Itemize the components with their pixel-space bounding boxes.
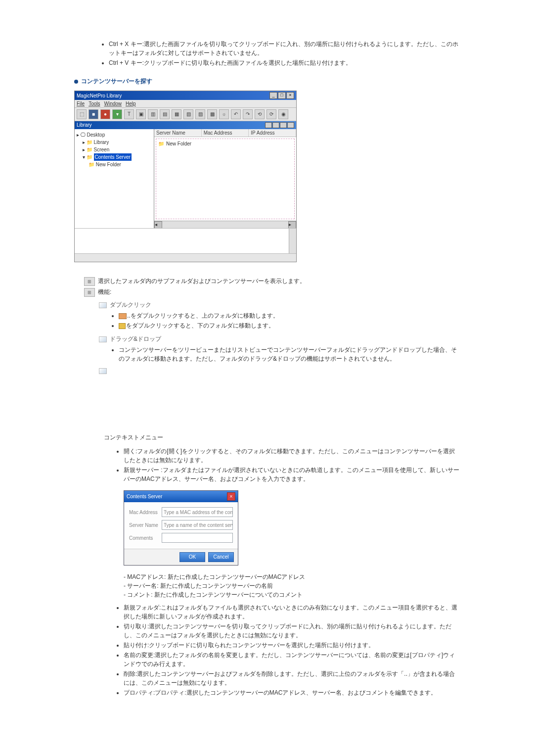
toolbar-button[interactable]: ▨ <box>195 109 205 119</box>
tree-item[interactable]: 📁 New Folder <box>77 161 152 168</box>
top-bullet-item: Ctrl + X キー:選択した画面ファイルを切り取ってクリップボードに入れ、別… <box>109 40 460 57</box>
col-ip-address[interactable]: IP Address <box>249 129 296 137</box>
ok-button[interactable]: OK <box>179 552 205 562</box>
context-menu-list-2: 新規フォルダ:これはフォルダもファイルも選択されていないときにのみ有効になります… <box>124 603 460 697</box>
col-mac-address[interactable]: Mac Address <box>202 129 249 137</box>
folder-tree[interactable]: ▸ 🖵 Desktop ▸ 📁 Library ▸ 📁 Screen ▾ 📁 C… <box>75 129 154 228</box>
ctx-item: 開く:フォルダの[開く]をクリックすると、そのフォルダに移動できます。ただし、こ… <box>124 447 460 465</box>
menu-tools[interactable]: Tools <box>89 101 100 106</box>
panel-header: Library <box>75 121 296 129</box>
list-item: ..をダブルクリックすると、上のフォルダに移動します。 <box>119 311 460 320</box>
sub-heading-label: ドラッグ&ドロップ <box>110 335 161 343</box>
note-line: - MACアドレス: 新たに作成したコンテンツサーバーのMACアドレス <box>124 572 460 581</box>
window-titlebar: MagicNetPro Library _ □ × <box>75 91 296 100</box>
server-name-input[interactable]: Type a name of the content server. <box>162 520 233 530</box>
note-line: - サーバー名: 新たに作成したコンテンツサーバーの名前 <box>124 581 460 590</box>
sub-heading-label: ダブルクリック <box>110 301 151 309</box>
panel-icon[interactable] <box>280 122 287 128</box>
list-item: をダブルクリックすると、下のフォルダに移動します。 <box>119 321 460 330</box>
definition-label: 機能: <box>98 288 460 296</box>
ctx-item: 新規フォルダ:これはフォルダもファイルも選択されていないときにのみ有効になります… <box>124 603 460 621</box>
cancel-button[interactable]: Cancel <box>208 552 234 562</box>
scrollbar-horizontal[interactable]: ◂ ▸ <box>154 221 296 228</box>
toolbar-button[interactable]: ▤ <box>160 109 170 119</box>
dialog-titlebar: Contents Server × <box>124 491 238 502</box>
triangle-icon <box>99 368 107 374</box>
toolbar-button[interactable]: ● <box>100 109 110 119</box>
ctx-item: 名前の変更:選択したフォルダの名前を変更します。ただし、コンテンツサーバーについ… <box>124 651 460 668</box>
toolbar-button[interactable]: ▾ <box>112 109 122 119</box>
toolbar: ⬚ ■ ● ▾ T ▣ ▥ ▤ ▦ ▧ ▨ ▩ ☼ ↶ ↷ ⟲ ⟳ ◉ <box>75 108 296 121</box>
toolbar-button[interactable]: ↷ <box>243 109 253 119</box>
toolbar-button[interactable]: ▩ <box>207 109 217 119</box>
ctx-item: 貼り付け:クリップボードに切り取られたコンテンツサーバーを選択した場所に貼り付け… <box>124 641 460 650</box>
definition-text: 選択したフォルダ内のサブフォルダおよびコンテンツサーバーを表示します。 <box>98 277 460 285</box>
context-menu-list: 開く:フォルダの[開く]をクリックすると、そのフォルダに移動できます。ただし、こ… <box>124 447 460 483</box>
toolbar-button[interactable]: ⬚ <box>77 109 87 119</box>
minimize-icon[interactable]: _ <box>269 92 277 99</box>
ctx-item: 新規サーバー :フォルダまたはファイルが選択されていないときにのみ軌道します。こ… <box>124 466 460 483</box>
menu-window[interactable]: Window <box>104 101 122 106</box>
folder-up-icon <box>119 313 127 319</box>
panel-title: Library <box>77 122 92 128</box>
comments-label: Comments <box>129 535 162 541</box>
list-body[interactable]: 📁 New Folder <box>156 139 295 219</box>
ctx-item: 切り取り:選択したコンテンツサーバーを切り取ってクリップボードに入れ、別の場所に… <box>124 622 460 640</box>
close-icon[interactable]: × <box>227 492 235 501</box>
ctx-item: 削除:選択したコンテンツサーバーおよびフォルダを削除します。ただし、選択に上位の… <box>124 669 460 687</box>
folder-icon: 📁 <box>158 141 164 146</box>
server-name-label: Server Name <box>129 522 162 528</box>
mac-address-input[interactable]: Type a MAC address of the content server… <box>162 507 233 517</box>
top-bullet-item: Ctrl + V キー:クリップボードに切り取られた画面ファイルを選択した場所に… <box>109 58 460 67</box>
menu-help[interactable]: Help <box>126 101 136 106</box>
maximize-icon[interactable]: □ <box>278 92 286 99</box>
menu-file[interactable]: File <box>77 101 85 106</box>
list-item: コンテンツサーバーをツリービューまたはリストビューでコンテンツサーバーフォルダに… <box>119 345 460 363</box>
sub-heading: ドラッグ&ドロップ <box>99 335 460 343</box>
toolbar-button[interactable]: ☼ <box>219 109 229 119</box>
mac-address-label: Mac Address <box>129 510 162 515</box>
folder-down-icon <box>119 323 126 329</box>
dialog-title: Contents Server <box>127 494 162 499</box>
list-row[interactable]: 📁 New Folder <box>158 141 292 146</box>
window-title: MagicNetPro Library <box>77 93 122 98</box>
dialog-notes: - MACアドレス: 新たに作成したコンテンツサーバーのMACアドレス - サー… <box>124 572 460 599</box>
menubar[interactable]: File Tools Window Help <box>75 100 296 108</box>
close-icon[interactable]: × <box>286 92 294 99</box>
toolbar-button[interactable]: ▥ <box>148 109 158 119</box>
toolbar-button[interactable]: ⟲ <box>255 109 265 119</box>
app-screenshot: MagicNetPro Library _ □ × File Tools Win… <box>74 91 297 262</box>
comments-input[interactable] <box>162 533 233 543</box>
toolbar-button[interactable]: ▣ <box>136 109 146 119</box>
list-row-name: New Folder <box>166 141 191 146</box>
toolbar-button[interactable]: ⟳ <box>267 109 276 119</box>
list-header: Server Name Mac Address IP Address <box>154 129 296 137</box>
panel-icon[interactable] <box>265 122 272 128</box>
ctx-item: プロパティ:プロパティ:選択したコンテンツサーバーのMACアドレス、サーバー名、… <box>124 688 460 697</box>
plus-icon: ⊞ <box>84 288 95 297</box>
col-server-name[interactable]: Server Name <box>154 129 202 137</box>
toolbar-button[interactable]: ▦ <box>172 109 181 119</box>
triangle-icon <box>99 336 107 342</box>
panel-icon[interactable] <box>287 122 294 128</box>
section-title: コンテンツサーバーを探す <box>74 77 460 86</box>
sub-heading: ダブルクリック <box>99 301 460 309</box>
dblclick-list: ..をダブルクリックすると、上のフォルダに移動します。 をダブルクリックすると、… <box>119 311 460 330</box>
tree-item[interactable]: ▸ 📁 Library <box>77 139 152 146</box>
toolbar-button[interactable]: T <box>124 109 134 119</box>
toolbar-button[interactable]: ■ <box>89 109 98 119</box>
tree-item[interactable]: ▾ 📁 Contents Server <box>77 153 152 161</box>
bottom-textarea[interactable] <box>75 228 296 253</box>
top-bullet-list: Ctrl + X キー:選択した画面ファイルを切り取ってクリップボードに入れ、別… <box>109 40 460 67</box>
toolbar-button[interactable]: ↶ <box>231 109 241 119</box>
panel-icon[interactable] <box>272 122 279 128</box>
tree-item[interactable]: ▸ 🖵 Desktop <box>77 131 152 139</box>
tree-item[interactable]: ▸ 📁 Screen <box>77 146 152 153</box>
dialog-screenshot: Contents Server × Mac Address Type a MAC… <box>124 490 460 566</box>
triangle-icon <box>99 302 107 308</box>
note-line: - コメント: 新たに作成したコンテンツサーバーについてのコメント <box>124 590 460 599</box>
context-menu-heading: コンテキストメニュー <box>104 433 460 442</box>
toolbar-button[interactable]: ▧ <box>183 109 193 119</box>
dragdrop-list: コンテンツサーバーをツリービューまたはリストビューでコンテンツサーバーフォルダに… <box>119 345 460 363</box>
toolbar-button[interactable]: ◉ <box>278 109 288 119</box>
